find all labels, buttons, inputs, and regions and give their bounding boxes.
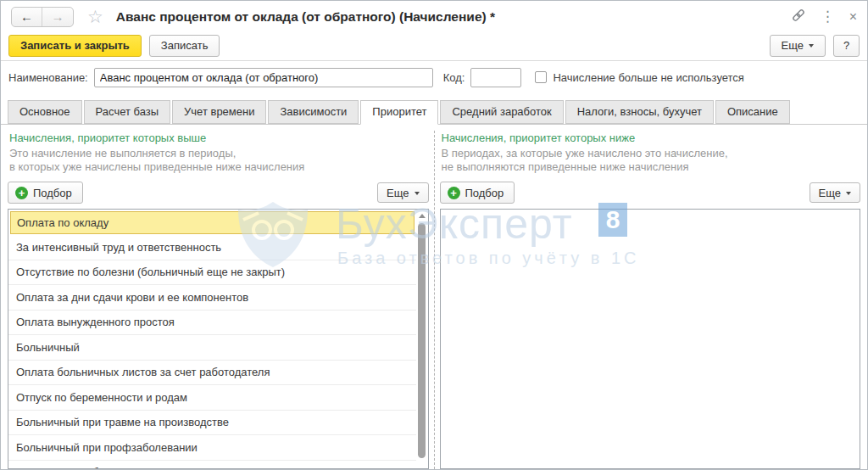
plus-icon: + <box>448 187 460 199</box>
page-title: Аванс процентом от оклада (от обратного)… <box>116 9 495 25</box>
code-label: Код: <box>443 71 465 84</box>
chevron-down-icon <box>809 44 814 48</box>
higher-priority-header: Начисления, приоритет которых выше <box>9 131 429 144</box>
forward-icon[interactable]: → <box>42 8 73 26</box>
name-input[interactable] <box>94 68 433 87</box>
lower-priority-commandbar: + Подбор Еще <box>440 182 861 204</box>
list-item[interactable]: Больничный <box>8 335 416 361</box>
unused-checkbox-label: Начисление больше не используется <box>553 71 743 84</box>
vertical-scrollbar[interactable] <box>416 210 427 468</box>
list-more-button[interactable]: Еще <box>377 182 428 203</box>
list-item[interactable]: Отсутствие по болезни (больничный еще не… <box>8 260 416 286</box>
title-bar: ← → ☆ Аванс процентом от оклада (от обра… <box>1 1 867 32</box>
form-window: ← → ☆ Аванс процентом от оклада (от обра… <box>0 0 868 470</box>
chevron-down-icon <box>846 192 851 195</box>
list-item[interactable]: Оплата вынужденного простоя <box>8 311 416 336</box>
save-and-close-button[interactable]: Записать и закрыть <box>8 35 142 57</box>
higher-priority-description: Это начисление не выполняется в периоды,… <box>9 147 429 174</box>
plus-icon: + <box>15 187 28 199</box>
description-line: В периодах, за которые уже начислено это… <box>442 147 861 160</box>
more-button-label: Еще <box>782 39 804 52</box>
tab[interactable]: Налоги, взносы, бухучет <box>565 100 714 124</box>
history-nav: ← → <box>11 7 74 27</box>
higher-priority-panel: Начисления, приоритет которых выше Это н… <box>8 129 429 469</box>
favorite-star-icon[interactable]: ☆ <box>87 8 103 25</box>
chevron-down-icon <box>415 192 420 195</box>
more-button-label: Еще <box>387 187 409 199</box>
lower-priority-panel: Начисления, приоритет которых ниже В пер… <box>440 129 861 469</box>
list-item[interactable]: Больничный при травме на производстве <box>8 411 416 436</box>
pick-button-label: Подбор <box>33 187 72 199</box>
unused-checkbox[interactable] <box>535 71 547 83</box>
more-menu-icon[interactable]: ⋮ <box>821 9 835 24</box>
tab[interactable]: Расчет базы <box>84 100 171 124</box>
higher-priority-commandbar: + Подбор Еще <box>8 182 429 204</box>
list-item[interactable]: Отпуск по беременности и родам <box>8 385 416 411</box>
lower-priority-header: Начисления, приоритет которых ниже <box>442 131 861 144</box>
close-icon[interactable]: × <box>849 10 857 24</box>
list-item[interactable]: Оплата по окладу <box>10 211 415 234</box>
toolbar: Записать и закрыть Записать Еще ? <box>1 32 867 60</box>
tab[interactable]: Учет времени <box>172 100 266 124</box>
code-input[interactable] <box>470 68 521 87</box>
pick-button[interactable]: + Подбор <box>440 182 515 204</box>
list-item[interactable]: Отсутствие по болезни <box>8 461 416 470</box>
name-label: Наименование: <box>8 71 88 84</box>
tab[interactable]: Основное <box>8 100 82 124</box>
link-icon[interactable] <box>791 8 806 25</box>
pick-button[interactable]: + Подбор <box>8 182 83 204</box>
list-item[interactable]: Оплата больничных листов за счет работод… <box>8 361 416 386</box>
list-more-button[interactable]: Еще <box>810 182 860 203</box>
lower-priority-list <box>440 209 861 469</box>
pick-button-label: Подбор <box>465 187 504 199</box>
back-icon[interactable]: ← <box>12 8 42 26</box>
more-button[interactable]: Еще <box>770 35 826 57</box>
lower-priority-description: В периодах, за которые уже начислено это… <box>442 147 861 174</box>
help-button[interactable]: ? <box>833 35 860 57</box>
save-button[interactable]: Записать <box>149 35 220 57</box>
scroll-up-icon[interactable] <box>419 214 426 218</box>
tab-bar: ОсновноеРасчет базыУчет времениЗависимос… <box>1 93 867 125</box>
tab[interactable]: Зависимости <box>268 100 359 124</box>
list-item[interactable]: Больничный при профзаболевании <box>8 435 416 461</box>
panel-splitter[interactable] <box>429 129 440 469</box>
tab[interactable]: Описание <box>715 100 790 124</box>
priority-content: Начисления, приоритет которых выше Это н… <box>1 125 867 469</box>
list-item[interactable]: За интенсивный труд и ответственность <box>8 235 416 260</box>
scrollbar-thumb[interactable] <box>418 223 426 458</box>
description-line: не выполняются приведенные ниже начислен… <box>442 160 861 174</box>
tab[interactable]: Приоритет <box>360 100 438 125</box>
description-line: в которых уже начислены приведенные ниже… <box>9 160 429 174</box>
description-line: Это начисление не выполняется в периоды, <box>9 147 429 160</box>
fields-row: Наименование: Код: Начисление больше не … <box>1 61 867 93</box>
list-item[interactable]: Оплата за дни сдачи крови и ее компонент… <box>8 285 416 311</box>
tab[interactable]: Средний заработок <box>440 100 563 124</box>
higher-priority-list: Оплата по окладуЗа интенсивный труд и от… <box>8 209 429 469</box>
titlebar-actions: ⋮ × <box>791 8 857 25</box>
more-button-label: Еще <box>819 187 841 199</box>
